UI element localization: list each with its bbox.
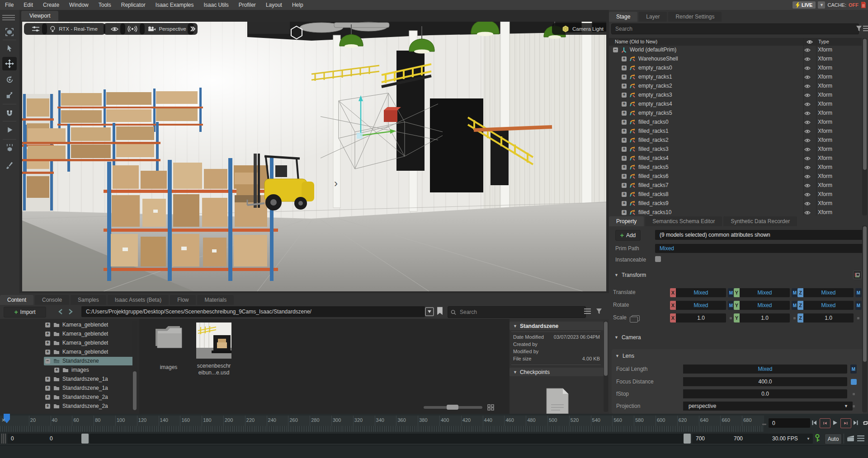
visibility-eye-icon[interactable] [804, 210, 811, 215]
tab-semantics-schema-editor[interactable]: Semantics Schema Editor [645, 216, 722, 226]
expander-plus[interactable]: + [622, 192, 627, 197]
auto-button[interactable]: Auto [825, 434, 842, 444]
step-start-button[interactable] [809, 418, 819, 427]
expander-plus[interactable]: + [622, 93, 627, 98]
live-dropdown[interactable]: ▼ [818, 1, 825, 9]
physics-tool[interactable] [2, 141, 17, 154]
path-dropdown-icon[interactable] [425, 307, 434, 316]
folder-tree-row[interactable]: +images [0, 366, 139, 375]
tab-property[interactable]: Property [609, 216, 644, 226]
menu-item-file[interactable]: File [0, 2, 19, 8]
visibility-eye-icon[interactable] [804, 201, 811, 207]
import-button[interactable]: + Import [4, 307, 46, 318]
key-next-button[interactable] [840, 418, 851, 428]
visibility-eye-icon[interactable] [804, 102, 811, 108]
expander-plus[interactable]: + [45, 341, 50, 346]
clapperboard-icon[interactable] [847, 435, 854, 442]
visibility-eye-icon[interactable] [804, 156, 811, 162]
expander-plus[interactable]: + [54, 368, 59, 373]
stage-row[interactable]: +filled_racks2Xform [609, 136, 862, 145]
tab-synthetic-data-recorder[interactable]: Synthetic Data Recorder [723, 216, 797, 226]
expander-plus[interactable]: + [622, 156, 627, 161]
expander-plus[interactable]: + [45, 404, 50, 409]
grid-view-icon[interactable] [487, 404, 495, 411]
expander-plus[interactable]: + [622, 165, 627, 170]
camera-light-button[interactable]: Camera Light [552, 23, 606, 35]
range-handle-right[interactable] [684, 434, 691, 444]
expander-plus[interactable]: + [622, 111, 627, 116]
tab-layer[interactable]: Layer [639, 12, 667, 22]
expander-plus[interactable]: + [622, 56, 627, 61]
expander-plus[interactable]: + [622, 201, 627, 206]
stage-row[interactable]: +filled_racks8Xform [609, 190, 862, 199]
visibility-eye-icon[interactable] [804, 84, 811, 90]
details-scrollbar[interactable] [604, 321, 608, 412]
nav-forward-icon[interactable] [68, 308, 73, 315]
keyframe-dot[interactable] [853, 393, 855, 395]
folder-tree-row[interactable]: +Standardszene_2a [0, 393, 139, 402]
expander-minus[interactable]: − [613, 47, 618, 52]
keyframe-dot[interactable] [857, 317, 859, 319]
visibility-eye-icon[interactable] [804, 120, 811, 126]
stage-row[interactable]: +WarehouseShellXform [609, 55, 862, 64]
current-frame-field[interactable]: 0 [769, 418, 810, 428]
visibility-eye-icon[interactable] [804, 129, 811, 135]
prim-name[interactable]: empty_racks3 [638, 92, 672, 98]
prim-name[interactable]: filled_racks5 [638, 164, 669, 170]
content-search[interactable] [448, 306, 586, 318]
menu-item-window[interactable]: Window [64, 2, 94, 8]
stage-search[interactable] [611, 23, 859, 34]
fps-dropdown[interactable]: 30.00 FPS▼ [769, 434, 813, 444]
keyframe-dot[interactable] [793, 317, 796, 319]
timeline-tickstrip[interactable] [0, 426, 764, 432]
visibility-eye-icon[interactable] [804, 65, 811, 72]
expander-plus[interactable]: + [45, 386, 50, 391]
step-end-button[interactable] [851, 418, 861, 427]
axis-value-field[interactable]: Mixed [676, 301, 726, 310]
expander-plus[interactable]: + [622, 147, 627, 152]
visibility-eye-icon[interactable] [804, 93, 811, 99]
tab-stage[interactable]: Stage [609, 12, 637, 22]
prim-name[interactable]: empty_racks4 [638, 101, 672, 107]
loop-button[interactable] [862, 418, 868, 427]
stage-row[interactable]: +filled_racks5Xform [609, 163, 862, 172]
timeline-ruler[interactable]: 2040608010012014016018020022024026028030… [0, 416, 764, 426]
play-button[interactable] [830, 418, 840, 427]
rotate-tool[interactable] [2, 73, 17, 86]
property-scrollbar[interactable] [862, 225, 867, 412]
visibility-eye-icon[interactable] [804, 111, 811, 117]
stage-row[interactable]: +empty_racks4Xform [609, 100, 862, 109]
link-icon[interactable] [632, 315, 640, 321]
timeline-grip[interactable] [1, 434, 6, 444]
prim-name[interactable]: empty_racks2 [638, 83, 672, 89]
visibility-eye-icon[interactable] [804, 192, 811, 198]
expander-plus[interactable]: + [622, 65, 627, 70]
content-filter-icon[interactable] [596, 308, 602, 314]
ramp-badge[interactable] [851, 379, 857, 385]
stage-row[interactable]: +empty_racks5Xform [609, 109, 862, 118]
instanceable-checkbox[interactable] [655, 256, 661, 262]
list-view-icon[interactable] [584, 308, 591, 314]
menu-item-isaac-examples[interactable]: Isaac Examples [151, 2, 199, 8]
prim-name[interactable]: empty_racks0 [638, 65, 672, 71]
toolbar-grip-icon[interactable] [2, 14, 15, 22]
prim-name[interactable]: filled_racks2 [638, 137, 669, 143]
expander-plus[interactable]: + [622, 75, 627, 79]
file-item-usd[interactable]: scenenbeschr eibun...e.usd [187, 322, 241, 376]
camera-section-header[interactable]: ▼Camera [614, 334, 641, 341]
folder-tree-row[interactable]: +Kamera_geblendet [0, 348, 139, 357]
auto-key-icon[interactable] [814, 434, 821, 443]
menu-item-edit[interactable]: Edit [19, 2, 38, 8]
stage-row[interactable]: +filled_racks4Xform [609, 154, 862, 163]
axis-value-field[interactable]: 1.0 [740, 313, 790, 322]
axis-value-field[interactable]: Mixed [803, 288, 854, 297]
visibility-eye-icon[interactable] [804, 75, 811, 81]
range-start-field[interactable]: 0 [46, 434, 84, 444]
expander-plus[interactable]: + [622, 183, 627, 188]
play-tool[interactable] [2, 123, 17, 136]
tab-isaac-assets-beta-[interactable]: Isaac Assets (Beta) [108, 295, 169, 305]
visibility-eye-icon[interactable] [804, 174, 811, 180]
viewport-tab[interactable]: Viewport [21, 11, 58, 21]
axis-value-field[interactable]: Mixed [676, 288, 726, 297]
visibility-eye-icon[interactable] [804, 183, 811, 189]
